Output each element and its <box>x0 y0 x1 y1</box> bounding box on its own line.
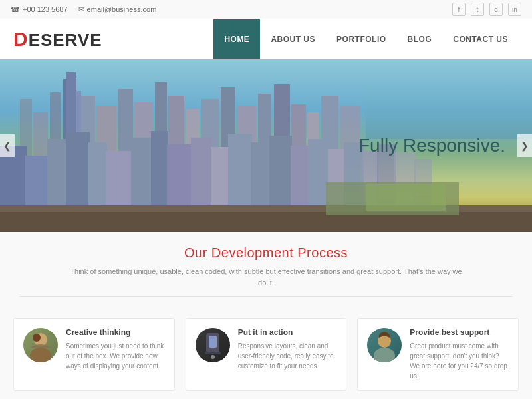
twitter-icon[interactable]: t <box>471 3 484 16</box>
top-bar: ☎ +00 123 5687 ✉ email@business.com f t … <box>0 0 532 19</box>
main-nav: HOME ABOUT US PORTFOLIO BLOG CONTACT US <box>213 19 519 59</box>
card-text-3: Great product must come with great suppo… <box>410 341 509 381</box>
feature-cards: Creative thinking Sometimes you just nee… <box>0 318 532 399</box>
phone-info: ☎ +00 123 5687 <box>11 5 68 14</box>
svg-rect-49 <box>366 184 446 211</box>
nav-about[interactable]: ABOUT US <box>260 19 326 59</box>
card-avatar-1 <box>23 328 58 362</box>
svg-rect-54 <box>209 336 217 348</box>
nav-contact[interactable]: CONTACT US <box>442 19 519 59</box>
card-body-2: Put it in action Responsive layouts, cle… <box>238 328 337 371</box>
facebook-icon[interactable]: f <box>452 3 466 16</box>
svg-point-52 <box>33 334 41 342</box>
googleplus-icon[interactable]: g <box>489 3 503 16</box>
card-avatar-2 <box>196 328 230 362</box>
logo-letter: D <box>13 28 29 50</box>
card-text-2: Responsive layouts, clean and user-frien… <box>238 341 337 371</box>
header: DESERVE HOME ABOUT US PORTFOLIO BLOG CON… <box>0 19 532 59</box>
card-action: Put it in action Responsive layouts, cle… <box>186 318 347 391</box>
person-icon-1 <box>23 328 58 362</box>
card-creative: Creative thinking Sometimes you just nee… <box>13 318 175 391</box>
card-title-3: Provide best support <box>410 328 509 337</box>
card-support: Provide best support Great product must … <box>357 318 519 391</box>
logo-text: ESERVE <box>29 30 102 50</box>
hero-next-button[interactable]: ❯ <box>517 134 532 157</box>
card-title-1: Creative thinking <box>66 328 165 337</box>
card-avatar-3 <box>367 328 402 362</box>
email-info: ✉ email@business.com <box>78 5 157 14</box>
section-divider <box>20 296 512 297</box>
logo[interactable]: DESERVE <box>13 28 102 51</box>
dev-title: Our Development Process <box>20 245 512 261</box>
nav-portfolio[interactable]: PORTFOLIO <box>326 19 397 59</box>
svg-rect-1 <box>366 86 532 139</box>
svg-rect-56 <box>205 352 221 354</box>
phone-number: +00 123 5687 <box>23 5 68 13</box>
dev-subtitle: Think of something unique, usable, clean… <box>66 266 466 288</box>
person-icon-3 <box>367 328 402 362</box>
linkedin-icon[interactable]: in <box>508 3 521 16</box>
card-body-3: Provide best support Great product must … <box>410 328 509 381</box>
card-body-1: Creative thinking Sometimes you just nee… <box>66 328 165 371</box>
card-title-2: Put it in action <box>238 328 337 337</box>
development-section: Our Development Process Think of somethi… <box>0 232 532 318</box>
top-bar-contact: ☎ +00 123 5687 ✉ email@business.com <box>11 5 156 14</box>
svg-point-58 <box>374 348 395 362</box>
hero-section: Fully Responsive. ❮ ❯ <box>0 59 532 232</box>
nav-blog[interactable]: BLOG <box>397 19 443 59</box>
hero-tagline: Fully Responsive. <box>358 135 505 156</box>
card-text-1: Sometimes you just need to think out of … <box>66 341 165 371</box>
email-icon: ✉ <box>78 5 84 14</box>
svg-point-51 <box>30 348 51 362</box>
svg-point-55 <box>211 355 215 359</box>
phone-icon: ☎ <box>11 5 20 14</box>
hero-prev-button[interactable]: ❮ <box>0 134 15 157</box>
person-icon-2 <box>196 328 230 362</box>
social-links: f t g in <box>452 3 521 16</box>
email-address: email@business.com <box>87 5 157 13</box>
nav-home[interactable]: HOME <box>213 19 260 59</box>
